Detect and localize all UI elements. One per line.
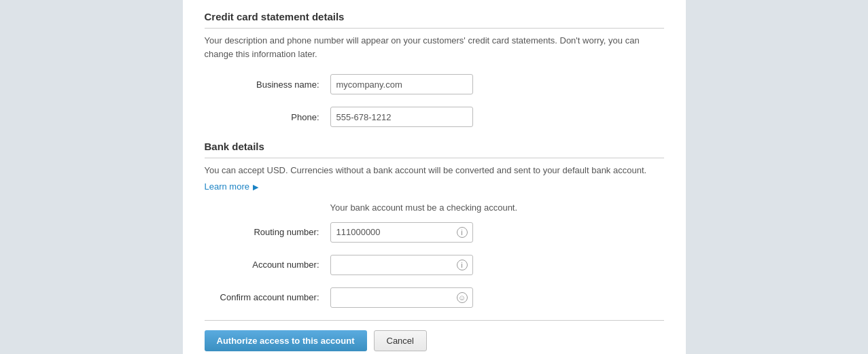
account-number-label: Account number: (205, 260, 330, 270)
learn-more-arrow-icon: ▶ (251, 183, 258, 191)
confirm-account-number-input-wrapper: ☺ (330, 287, 473, 308)
routing-number-row: Routing number: i (205, 222, 664, 243)
credit-card-section-title: Credit card statement details (205, 11, 664, 29)
confirm-account-number-row: Confirm account number: ☺ (205, 287, 664, 308)
routing-number-input[interactable] (330, 222, 473, 243)
account-number-input-wrapper: i (330, 255, 473, 275)
bank-section-title: Bank details (205, 141, 664, 158)
account-number-row: Account number: i (205, 255, 664, 275)
credit-card-section-description: Your description and phone number will a… (205, 34, 664, 60)
account-number-info-icon[interactable]: i (457, 260, 468, 270)
account-number-input[interactable] (330, 255, 473, 275)
confirm-account-number-input[interactable] (330, 287, 473, 308)
phone-row: Phone: (205, 107, 664, 127)
bank-section-description: You can accept USD. Currencies without a… (205, 164, 664, 177)
bank-section: Bank details You can accept USD. Currenc… (205, 141, 664, 308)
routing-number-info-icon[interactable]: i (457, 227, 468, 238)
checking-account-note: Your bank account must be a checking acc… (330, 202, 664, 213)
confirm-account-number-smile-icon[interactable]: ☺ (457, 292, 468, 303)
page-wrapper: Credit card statement details Your descr… (0, 0, 868, 354)
footer-buttons: Authorize access to this account Cancel (205, 320, 664, 351)
business-name-input[interactable] (330, 74, 473, 94)
main-content: Credit card statement details Your descr… (183, 0, 686, 354)
routing-number-label: Routing number: (205, 227, 330, 237)
authorize-button[interactable]: Authorize access to this account (205, 330, 367, 351)
confirm-account-number-label: Confirm account number: (205, 292, 330, 302)
phone-input[interactable] (330, 107, 473, 127)
business-name-row: Business name: (205, 74, 664, 94)
credit-card-section: Credit card statement details Your descr… (205, 11, 664, 127)
learn-more-link[interactable]: Learn more ▶ (205, 181, 259, 192)
learn-more-label: Learn more (205, 181, 249, 192)
routing-number-input-wrapper: i (330, 222, 473, 243)
cancel-button[interactable]: Cancel (374, 330, 427, 351)
phone-label: Phone: (205, 112, 330, 122)
business-name-label: Business name: (205, 79, 330, 90)
